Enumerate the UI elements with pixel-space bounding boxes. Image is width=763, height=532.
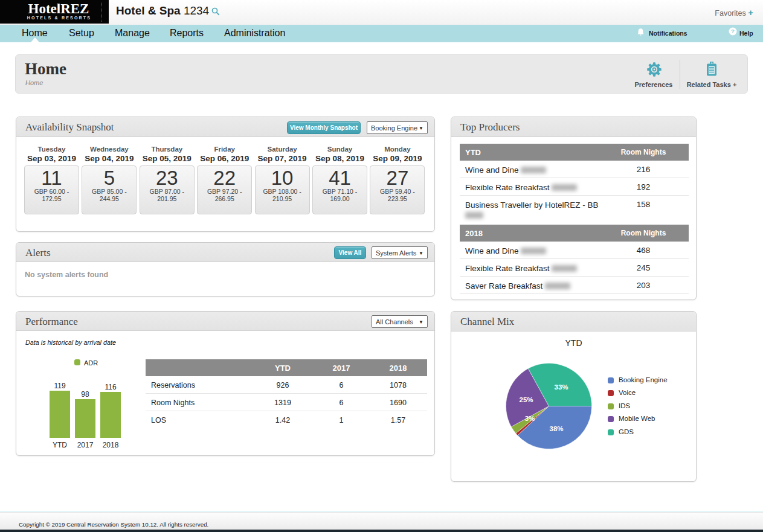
svg-text:+: + <box>710 61 713 65</box>
svg-text:?: ? <box>731 28 735 34</box>
